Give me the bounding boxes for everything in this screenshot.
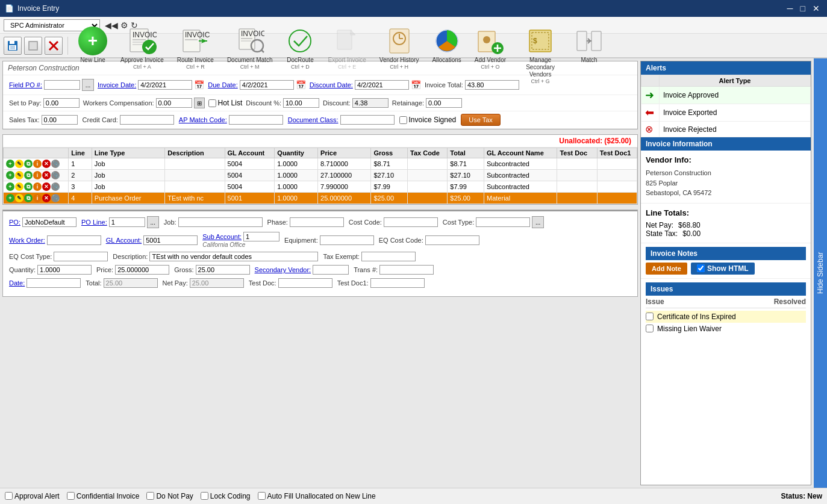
discount-date-label[interactable]: Discount Date: bbox=[310, 81, 353, 89]
gross-input[interactable] bbox=[196, 265, 250, 275]
edit-icon[interactable]: ✎ bbox=[15, 182, 23, 191]
document-match-button[interactable]: INVOICE Document Match Ctrl + M bbox=[222, 25, 278, 67]
gl-account-input[interactable] bbox=[143, 235, 198, 245]
edit-icon[interactable]: ✎ bbox=[15, 171, 23, 179]
confidential-invoice-label[interactable]: Confidential Invoice bbox=[67, 492, 140, 500]
auto-fill-checkbox[interactable] bbox=[258, 492, 266, 500]
delete-button[interactable] bbox=[45, 37, 63, 55]
po-label[interactable]: PO: bbox=[9, 219, 20, 226]
invoice-date-label[interactable]: Invoice Date: bbox=[98, 81, 136, 89]
quantity-input[interactable] bbox=[37, 265, 92, 275]
invoice-signed-label[interactable]: Invoice Signed bbox=[399, 116, 457, 124]
credit-card-input[interactable] bbox=[120, 115, 174, 125]
new-line-button[interactable]: + New Line bbox=[73, 25, 113, 67]
docroute-button[interactable]: DocRoute Ctrl + D bbox=[280, 25, 320, 67]
minimize-button[interactable]: ─ bbox=[785, 4, 796, 13]
show-html-checkbox[interactable] bbox=[697, 264, 705, 272]
date-input[interactable] bbox=[27, 278, 81, 288]
discount-date-icon[interactable]: 📅 bbox=[411, 80, 421, 90]
add-icon[interactable]: + bbox=[6, 160, 14, 168]
field-po-input[interactable] bbox=[44, 80, 80, 90]
test-doc1-input[interactable] bbox=[370, 278, 425, 288]
lien-waiver-checkbox[interactable] bbox=[646, 325, 654, 332]
due-date-input[interactable] bbox=[240, 80, 294, 90]
info-icon[interactable]: i bbox=[33, 171, 42, 179]
cost-type-input[interactable] bbox=[476, 217, 530, 227]
tax-exempt-input[interactable] bbox=[361, 252, 416, 261]
show-html-button[interactable]: Show HTML bbox=[691, 263, 755, 275]
due-date-label[interactable]: Due Date: bbox=[208, 81, 238, 89]
delete-row-icon[interactable]: ✕ bbox=[42, 171, 51, 179]
discount-date-input[interactable] bbox=[355, 80, 409, 90]
hot-list-checkbox-label[interactable]: Hot List bbox=[208, 99, 243, 107]
secondary-vendors-button[interactable]: $ Manage Secondary Vendors Ctrl + G bbox=[514, 25, 567, 67]
eq-cost-type-input[interactable] bbox=[54, 252, 108, 261]
table-row[interactable]: + ✎ ⧉ i ✕ 📎 3 Job 5004 1.0000 bbox=[4, 181, 637, 193]
attach-icon[interactable]: 📎 bbox=[51, 182, 60, 191]
approval-alert-label[interactable]: Approval Alert bbox=[5, 492, 60, 500]
retainage-input[interactable] bbox=[426, 98, 462, 108]
export-invoice-button[interactable]: Export Invoice Ctrl + E bbox=[322, 25, 371, 67]
sub-account-label[interactable]: Sub Account: bbox=[202, 233, 242, 240]
add-icon[interactable]: + bbox=[6, 194, 14, 202]
delete-row-icon[interactable]: ✕ bbox=[42, 182, 51, 191]
delete-row-icon[interactable]: ✕ bbox=[42, 160, 51, 168]
copy-icon[interactable]: ⧉ bbox=[24, 194, 33, 202]
discount-input[interactable] bbox=[352, 98, 389, 108]
info-icon[interactable]: i bbox=[33, 194, 42, 202]
ap-match-label[interactable]: AP Match Code: bbox=[179, 116, 227, 123]
price-input[interactable] bbox=[115, 265, 169, 275]
copy-icon[interactable]: ⧉ bbox=[24, 171, 33, 179]
document-class-label[interactable]: Document Class: bbox=[288, 116, 339, 123]
route-invoice-button[interactable]: INVOICE Route Invoice Ctrl + R bbox=[172, 25, 219, 67]
save-button[interactable] bbox=[4, 37, 22, 55]
cost-code-input[interactable] bbox=[384, 217, 438, 227]
document-class-input[interactable] bbox=[340, 115, 395, 125]
vendor-history-button[interactable]: Vendor History Ctrl + H bbox=[374, 25, 425, 67]
add-vendor-button[interactable]: Add Vendor Ctrl + O bbox=[469, 25, 511, 67]
due-date-icon[interactable]: 📅 bbox=[296, 80, 306, 90]
copy-icon[interactable]: ⧉ bbox=[24, 182, 33, 191]
info-icon[interactable]: i bbox=[33, 160, 42, 168]
gl-account-label[interactable]: GL Account: bbox=[106, 237, 142, 244]
add-icon[interactable]: + bbox=[6, 182, 14, 191]
hide-sidebar-button[interactable]: Hide Sidebar bbox=[814, 58, 827, 488]
test-doc-input[interactable] bbox=[278, 278, 332, 288]
edit-icon[interactable]: ✎ bbox=[15, 160, 23, 168]
secondary-vendor-input[interactable] bbox=[313, 265, 349, 275]
equipment-input[interactable] bbox=[320, 235, 374, 245]
match-button[interactable]: Match bbox=[569, 25, 609, 67]
approval-alert-checkbox[interactable] bbox=[5, 492, 13, 500]
job-input[interactable] bbox=[178, 217, 263, 227]
discount-pct-input[interactable] bbox=[283, 98, 319, 108]
invoice-date-input[interactable] bbox=[138, 80, 192, 90]
invoice-date-icon[interactable]: 📅 bbox=[194, 80, 204, 90]
workers-comp-input[interactable] bbox=[156, 98, 192, 108]
work-order-input[interactable] bbox=[47, 235, 101, 245]
attach-icon[interactable]: 📎 bbox=[51, 160, 60, 168]
discard-button[interactable] bbox=[24, 37, 42, 55]
po-line-input[interactable] bbox=[109, 217, 145, 227]
trans-input[interactable] bbox=[379, 265, 434, 275]
calc-button[interactable]: ⊞ bbox=[194, 98, 205, 108]
invoice-total-input[interactable] bbox=[465, 80, 519, 90]
info-icon[interactable]: i bbox=[33, 182, 42, 191]
ap-match-input[interactable] bbox=[229, 115, 283, 125]
delete-row-icon[interactable]: ✕ bbox=[42, 194, 51, 202]
cost-type-browse-button[interactable]: ... bbox=[532, 216, 544, 228]
po-input[interactable] bbox=[22, 217, 76, 227]
date-label[interactable]: Date: bbox=[9, 279, 25, 287]
use-tax-button[interactable]: Use Tax bbox=[461, 114, 501, 126]
invoice-signed-checkbox[interactable] bbox=[399, 116, 407, 124]
table-row[interactable]: + ✎ ⧉ i ✕ 📎 2 Job 5004 1.0000 bbox=[4, 170, 637, 181]
lock-coding-label[interactable]: Lock Coding bbox=[201, 492, 251, 500]
work-order-label[interactable]: Work Order: bbox=[9, 237, 45, 244]
phase-input[interactable] bbox=[290, 217, 344, 227]
table-row[interactable]: + ✎ ⧉ i ✕ 📎 4 Purchase Order TEst with n… bbox=[4, 193, 637, 204]
field-po-label[interactable]: Field PO #: bbox=[9, 81, 42, 89]
lock-coding-checkbox[interactable] bbox=[201, 492, 208, 500]
approve-invoice-button[interactable]: INVOICE Approve Invoice Ctrl + A bbox=[115, 25, 169, 67]
add-note-button[interactable]: Add Note bbox=[646, 263, 687, 275]
field-po-browse-button[interactable]: ... bbox=[82, 79, 94, 91]
po-line-browse-button[interactable]: ... bbox=[147, 216, 159, 228]
